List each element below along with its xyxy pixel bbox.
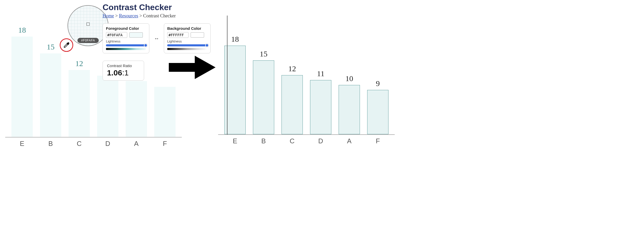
y-axis-line [227, 16, 227, 135]
color-input-row: Foreground Color Lightness ↔ Background … [103, 23, 214, 53]
x-axis-label: C [281, 137, 303, 145]
svg-marker-0 [169, 56, 216, 79]
checker-title: Contrast Checker [103, 3, 214, 12]
breadcrumb-resources-link[interactable]: Resources [119, 13, 138, 18]
bar-rect [154, 87, 176, 137]
bar-rect [253, 60, 274, 134]
bar-rect [40, 53, 61, 137]
bar-rect [11, 37, 33, 137]
background-swatch[interactable] [191, 32, 204, 38]
bar-rect [224, 46, 246, 134]
bar-rect [69, 70, 90, 137]
breadcrumb-sep: > [115, 13, 118, 18]
x-axis-label: E [11, 140, 33, 148]
arrow-right-icon [169, 53, 216, 82]
contrast-ratio-card: Contrast Ratio 1.06:1 [103, 61, 144, 81]
foreground-swatch[interactable] [129, 32, 143, 38]
foreground-label: Foreground Color [106, 26, 146, 31]
x-axis-line [218, 134, 395, 135]
bar-rect [281, 75, 303, 134]
swap-colors-icon[interactable]: ↔ [154, 36, 159, 41]
bar-value-label: 18 [231, 35, 239, 44]
bar-rect [310, 80, 331, 134]
bar-value-label: 11 [317, 69, 325, 78]
background-lightness-label: Lightness [167, 39, 207, 43]
x-axis-label: F [367, 137, 388, 145]
bar-group: 18 [11, 26, 33, 137]
x-axis-label: D [310, 137, 331, 145]
bar-value-label: 15 [47, 42, 55, 51]
x-axis-label: A [126, 140, 147, 148]
bar-value-label: 12 [288, 64, 296, 73]
x-axis-line [5, 137, 182, 138]
breadcrumb: Home > Resources > Contrast Checker [103, 13, 214, 19]
x-axis-label: A [339, 137, 360, 145]
foreground-lightness-slider[interactable] [106, 44, 146, 46]
x-axis-label: E [224, 137, 246, 145]
bar-group [126, 79, 147, 137]
magnifier-hex-label: #F0FAFA [77, 38, 99, 43]
foreground-color-card: Foreground Color Lightness [103, 23, 149, 53]
breadcrumb-current: Contrast Checker [143, 13, 176, 18]
bar-group: 18 [224, 35, 246, 134]
right-chart-panel: 18151211109 EBCDAF [218, 16, 395, 148]
bar-value-label: 12 [75, 59, 83, 68]
bar-group [97, 74, 118, 137]
breadcrumb-home-link[interactable]: Home [103, 13, 114, 18]
contrast-ratio-value: 1.06:1 [107, 68, 140, 77]
background-color-card: Background Color Lightness [164, 23, 211, 53]
bar-rect [367, 90, 388, 134]
bar-group: 15 [40, 42, 61, 137]
eyedropper-icon [63, 41, 70, 49]
bar-value-label: 15 [260, 49, 267, 58]
bar-group: 11 [310, 69, 331, 134]
contrast-ratio-label: Contrast Ratio [107, 63, 140, 68]
bar-group [154, 85, 176, 137]
bar-rect [339, 85, 360, 134]
x-axis-label: C [69, 140, 90, 148]
bar-rect [126, 81, 147, 137]
eyedropper-highlight-ring [60, 38, 73, 52]
right-bar-chart: 18151211109 EBCDAF [218, 16, 395, 148]
bar-value-label: 18 [18, 26, 26, 34]
x-axis-label: B [253, 137, 274, 145]
foreground-lightness-label: Lightness [106, 39, 146, 43]
bar-group: 12 [281, 64, 303, 134]
x-axis-label: B [40, 140, 61, 148]
background-label: Background Color [167, 26, 207, 31]
background-lightness-slider[interactable] [167, 44, 207, 46]
x-axis-label: F [154, 140, 176, 148]
bar-value-label: 10 [345, 74, 353, 83]
x-axis-label: D [97, 140, 118, 148]
bar-value-label: 9 [376, 79, 380, 88]
foreground-hue-strip[interactable] [106, 48, 146, 50]
bar-group: 15 [253, 49, 274, 134]
bar-group: 9 [367, 79, 388, 134]
background-hex-input[interactable] [167, 32, 189, 38]
background-hue-strip[interactable] [167, 48, 207, 50]
bar-group: 12 [69, 59, 90, 137]
foreground-hex-input[interactable] [106, 32, 127, 38]
breadcrumb-sep: > [139, 13, 142, 18]
bar-rect [97, 76, 118, 137]
bar-group: 10 [339, 74, 360, 134]
